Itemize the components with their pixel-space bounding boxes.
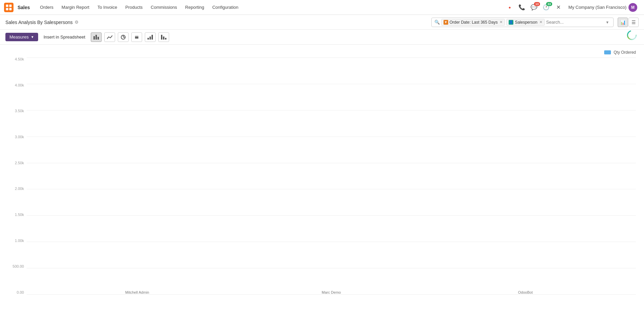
search-dropdown-btn[interactable]: ▼ bbox=[604, 20, 611, 24]
y-axis: 4.50k 4.00k 3.50k 3.00k 2.50k 2.00k 1.50… bbox=[8, 57, 27, 294]
measures-label: Measures bbox=[9, 34, 29, 40]
filter-tag-date: ▼ Order Date: Last 365 Days ✕ bbox=[441, 19, 505, 26]
bar-label: Mitchell Admin bbox=[125, 290, 149, 294]
svg-rect-3 bbox=[6, 8, 8, 10]
top-navigation: Sales Orders Margin Report To Invoice Pr… bbox=[0, 0, 644, 15]
activity-badge: 33 bbox=[546, 2, 552, 6]
settings-icon-btn[interactable]: ✕ bbox=[554, 3, 563, 12]
filter-date-label: Order Date: Last 365 Days bbox=[450, 20, 498, 25]
chart-area: Qty Ordered 4.50k 4.00k 3.50k 3.00k 2.50… bbox=[0, 45, 644, 316]
bar-chart-btn[interactable] bbox=[91, 32, 102, 42]
svg-rect-12 bbox=[135, 36, 138, 37]
grid-line bbox=[27, 294, 636, 295]
y-label-1: 4.00k bbox=[15, 83, 24, 87]
bar-label: OdooBot bbox=[518, 290, 533, 294]
search-icon: 🔍 bbox=[434, 20, 440, 25]
y-label-2: 3.50k bbox=[15, 109, 24, 113]
svg-rect-18 bbox=[165, 38, 166, 40]
menu-configuration[interactable]: Configuration bbox=[209, 3, 242, 11]
svg-rect-0 bbox=[4, 3, 14, 12]
status-indicator[interactable]: ● bbox=[505, 3, 514, 12]
filter-salesperson-icon: 👤 bbox=[509, 20, 513, 25]
user-avatar: M bbox=[628, 3, 637, 12]
app-name[interactable]: Sales bbox=[18, 5, 30, 10]
filter-salesperson-remove[interactable]: ✕ bbox=[539, 20, 542, 24]
search-input[interactable] bbox=[546, 20, 603, 25]
menu-to-invoice[interactable]: To Invoice bbox=[94, 3, 121, 11]
bar-group: Mitchell Admin bbox=[40, 288, 234, 294]
messages-badge: 13 bbox=[534, 2, 540, 6]
company-name: My Company (San Francisco) bbox=[568, 5, 626, 10]
legend-label: Qty Ordered bbox=[614, 50, 636, 55]
menu-orders[interactable]: Orders bbox=[37, 3, 57, 11]
svg-rect-4 bbox=[9, 8, 11, 10]
settings-gear-icon[interactable]: ⚙ bbox=[75, 20, 79, 25]
app-logo[interactable] bbox=[4, 3, 14, 12]
phone-icon-btn[interactable]: 📞 bbox=[517, 3, 527, 12]
bars-container: Mitchell AdminMarc DemoOdooBot bbox=[27, 57, 636, 294]
odoo-spinner bbox=[626, 30, 637, 41]
list-view-btn[interactable]: ☰ bbox=[628, 18, 639, 27]
view-toggle: 📊 ☰ bbox=[618, 18, 639, 27]
chart-container: 4.50k 4.00k 3.50k 3.00k 2.50k 2.00k 1.50… bbox=[8, 57, 636, 305]
y-label-7: 1.00k bbox=[15, 239, 24, 243]
svg-rect-17 bbox=[163, 37, 164, 40]
bar-group: Marc Demo bbox=[234, 288, 428, 294]
y-label-0: 4.50k bbox=[15, 57, 24, 61]
menu-products[interactable]: Products bbox=[122, 3, 146, 11]
svg-rect-7 bbox=[98, 37, 99, 40]
filter-salesperson-label: Salesperson bbox=[515, 20, 537, 25]
messages-icon-btn[interactable]: 💬 13 bbox=[529, 3, 539, 12]
svg-rect-1 bbox=[6, 4, 8, 7]
legend-swatch bbox=[604, 50, 611, 54]
company-selector[interactable]: My Company (San Francisco) M bbox=[566, 2, 640, 13]
menu-margin-report[interactable]: Margin Report bbox=[58, 3, 92, 11]
ascending-sort-btn[interactable] bbox=[145, 32, 156, 42]
nav-right-area: ● 📞 💬 13 🕐 33 ✕ My Company (San Francisc… bbox=[505, 2, 640, 13]
y-label-4: 2.50k bbox=[15, 161, 24, 165]
search-bar: 🔍 ▼ Order Date: Last 365 Days ✕ 👤 Salesp… bbox=[431, 18, 614, 27]
svg-rect-6 bbox=[96, 35, 97, 40]
svg-rect-13 bbox=[147, 38, 149, 40]
y-label-6: 1.50k bbox=[15, 213, 24, 217]
svg-rect-14 bbox=[150, 37, 151, 40]
filter-date-icon: ▼ bbox=[444, 20, 448, 25]
page-title-text: Sales Analysis By Salespersons bbox=[5, 20, 73, 25]
chart-legend: Qty Ordered bbox=[8, 50, 636, 55]
measures-button[interactable]: Measures ▼ bbox=[5, 33, 38, 41]
line-chart-btn[interactable] bbox=[104, 32, 115, 42]
y-label-8: 500.00 bbox=[12, 265, 24, 268]
sub-navigation: Sales Analysis By Salespersons ⚙ 🔍 ▼ Ord… bbox=[0, 15, 644, 30]
chart-inner: Mitchell AdminMarc DemoOdooBot bbox=[27, 57, 636, 294]
bar-group: OdooBot bbox=[428, 288, 622, 294]
chart-view-btn[interactable]: 📊 bbox=[618, 18, 628, 27]
pie-chart-btn[interactable] bbox=[118, 32, 129, 42]
filter-tag-salesperson: 👤 Salesperson ✕ bbox=[506, 19, 545, 26]
svg-rect-15 bbox=[152, 35, 153, 40]
bar-label: Marc Demo bbox=[322, 290, 341, 294]
page-title-area: Sales Analysis By Salespersons ⚙ bbox=[5, 20, 431, 25]
chart-toolbar: Measures ▼ Insert in Spreadsheet bbox=[0, 30, 644, 45]
stacked-bar-btn[interactable] bbox=[131, 32, 142, 42]
svg-rect-16 bbox=[161, 35, 162, 40]
filter-date-remove[interactable]: ✕ bbox=[500, 20, 503, 24]
menu-reporting[interactable]: Reporting bbox=[182, 3, 208, 11]
menu-commissions[interactable]: Commissions bbox=[147, 3, 181, 11]
y-label-9: 0.00 bbox=[17, 291, 24, 294]
svg-rect-5 bbox=[93, 36, 95, 40]
measures-chevron-icon: ▼ bbox=[31, 35, 34, 39]
y-label-3: 3.00k bbox=[15, 135, 24, 139]
svg-point-19 bbox=[627, 31, 636, 40]
descending-sort-btn[interactable] bbox=[158, 32, 169, 42]
svg-rect-11 bbox=[135, 37, 138, 39]
insert-spreadsheet-button[interactable]: Insert in Spreadsheet bbox=[41, 33, 88, 41]
y-label-5: 2.00k bbox=[15, 187, 24, 191]
activity-icon-btn[interactable]: 🕐 33 bbox=[541, 3, 551, 12]
svg-rect-2 bbox=[9, 4, 11, 7]
